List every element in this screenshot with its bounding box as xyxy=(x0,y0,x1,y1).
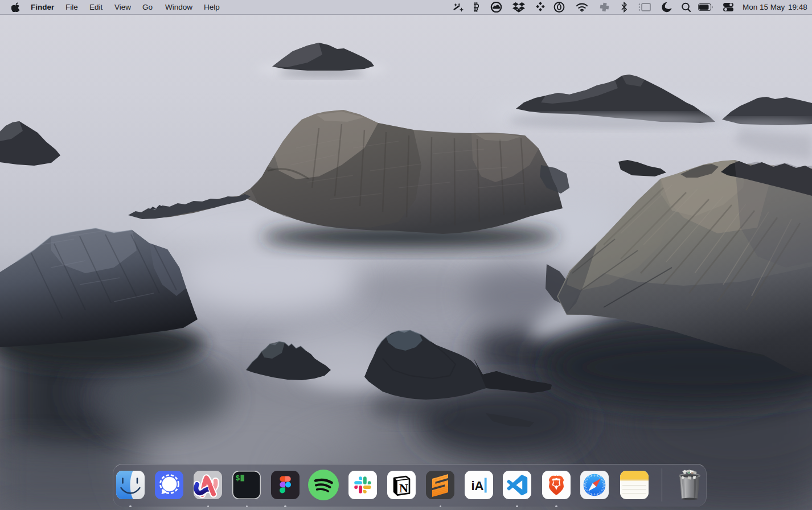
svg-text:N: N xyxy=(399,481,408,495)
svg-text:iA: iA xyxy=(471,479,484,493)
svg-text:$: $ xyxy=(236,475,240,483)
